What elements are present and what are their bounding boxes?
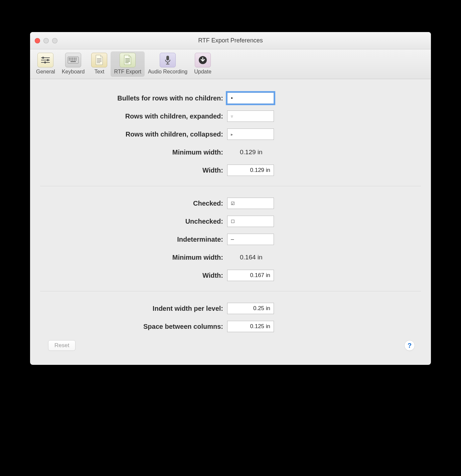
input-indeterminate[interactable] xyxy=(227,234,274,245)
label-indeterminate: Indeterminate: xyxy=(40,236,227,243)
label-rows-collapsed: Rows with children, collapsed: xyxy=(40,131,227,138)
tab-audio-recording[interactable]: Audio Recording xyxy=(145,51,191,77)
tab-label: Keyboard xyxy=(62,69,85,75)
help-button[interactable]: ? xyxy=(404,340,415,351)
label-min-width-2: Minimum width: xyxy=(40,254,227,261)
svg-rect-13 xyxy=(70,59,71,60)
download-circle-icon xyxy=(195,53,211,67)
svg-rect-10 xyxy=(74,58,75,59)
svg-rect-26 xyxy=(166,56,169,60)
input-unchecked[interactable] xyxy=(227,216,274,227)
tab-update[interactable]: Update xyxy=(191,51,215,77)
keyboard-icon xyxy=(65,53,81,67)
close-window-button[interactable] xyxy=(35,38,40,43)
value-min-width-2: 0.164 in xyxy=(227,254,263,261)
label-width-2: Width: xyxy=(40,272,227,279)
svg-rect-15 xyxy=(74,59,75,60)
reset-button[interactable]: Reset xyxy=(48,340,75,351)
label-rows-expanded: Rows with children, expanded: xyxy=(40,112,227,120)
tab-label: Text xyxy=(95,69,104,75)
traffic-lights xyxy=(35,38,57,43)
svg-rect-7 xyxy=(69,58,70,59)
label-indent-width: Indent width per level: xyxy=(40,305,227,312)
tab-label: Audio Recording xyxy=(148,69,187,75)
preferences-toolbar: General Keyboard xyxy=(30,49,431,79)
svg-rect-11 xyxy=(75,58,76,59)
separator xyxy=(40,186,421,186)
svg-rect-17 xyxy=(70,61,76,62)
svg-point-3 xyxy=(47,59,49,61)
minimize-window-button[interactable] xyxy=(43,38,49,43)
input-column-gap[interactable] xyxy=(227,321,274,332)
input-checked[interactable] xyxy=(227,198,274,209)
svg-rect-9 xyxy=(72,58,73,59)
sliders-icon xyxy=(37,53,53,67)
label-min-width-1: Minimum width: xyxy=(40,149,227,156)
label-column-gap: Space between columns: xyxy=(40,323,227,330)
input-width-2[interactable] xyxy=(227,270,274,281)
input-rows-expanded[interactable] xyxy=(227,110,274,122)
input-width-1[interactable] xyxy=(227,165,274,176)
tab-label: RTF Export xyxy=(114,69,141,75)
separator xyxy=(40,291,421,291)
document-icon xyxy=(91,53,107,67)
tab-general[interactable]: General xyxy=(33,51,58,77)
window-title: RTF Export Preferences xyxy=(30,37,431,44)
titlebar: RTF Export Preferences xyxy=(30,32,431,49)
tab-label: General xyxy=(36,69,55,75)
input-indent-width[interactable] xyxy=(227,303,274,314)
tab-text[interactable]: Text xyxy=(88,51,111,77)
zoom-window-button[interactable] xyxy=(52,38,57,43)
tab-label: Update xyxy=(194,69,211,75)
svg-point-5 xyxy=(44,61,46,63)
preferences-window: RTF Export Preferences General xyxy=(30,32,431,365)
svg-point-1 xyxy=(42,57,44,59)
rtf-document-icon xyxy=(120,53,136,67)
label-unchecked: Unchecked: xyxy=(40,218,227,225)
label-bullets-no-children: Bullets for rows with no children: xyxy=(40,94,227,102)
label-checked: Checked: xyxy=(40,200,227,207)
label-width-1: Width: xyxy=(40,167,227,174)
svg-rect-14 xyxy=(72,59,73,60)
input-rows-collapsed[interactable] xyxy=(227,129,274,140)
tab-keyboard[interactable]: Keyboard xyxy=(58,51,88,77)
input-bullets-no-children[interactable] xyxy=(227,92,274,104)
svg-rect-12 xyxy=(69,59,70,60)
microphone-icon xyxy=(160,53,176,67)
svg-rect-8 xyxy=(70,58,71,59)
form-content: Bullets for rows with no children: Rows … xyxy=(30,79,431,365)
svg-rect-16 xyxy=(75,59,76,60)
value-min-width-1: 0.129 in xyxy=(227,149,263,156)
tab-rtf-export[interactable]: RTF Export xyxy=(111,51,145,77)
